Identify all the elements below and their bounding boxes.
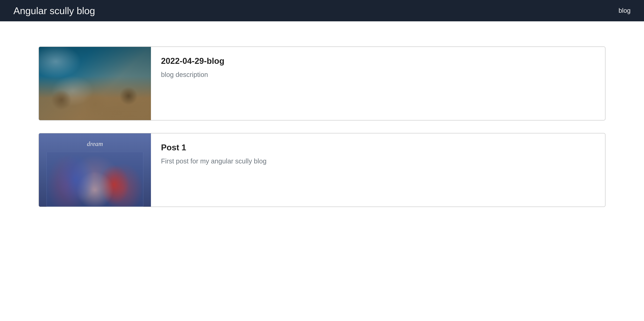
post-description: blog description: [161, 71, 595, 78]
post-thumbnail: [39, 47, 151, 120]
post-card-body: Post 1 First post for my angular scully …: [151, 133, 605, 207]
navbar-blog-link[interactable]: blog: [618, 7, 630, 14]
post-card[interactable]: dream Post 1 First post for my angular s…: [38, 133, 606, 207]
post-list-container: 2022-04-29-blog blog description dream P…: [14, 21, 630, 207]
post-description: First post for my angular scully blog: [161, 157, 595, 165]
post-card[interactable]: 2022-04-29-blog blog description: [38, 47, 606, 120]
thumbnail-label: dream: [39, 140, 151, 147]
post-card-body: 2022-04-29-blog blog description: [151, 47, 605, 120]
post-title: Post 1: [161, 143, 595, 152]
post-thumbnail: dream: [39, 133, 151, 207]
navbar-brand[interactable]: Angular scully blog: [14, 5, 95, 16]
post-title: 2022-04-29-blog: [161, 56, 595, 66]
navbar: Angular scully blog blog: [0, 0, 644, 21]
